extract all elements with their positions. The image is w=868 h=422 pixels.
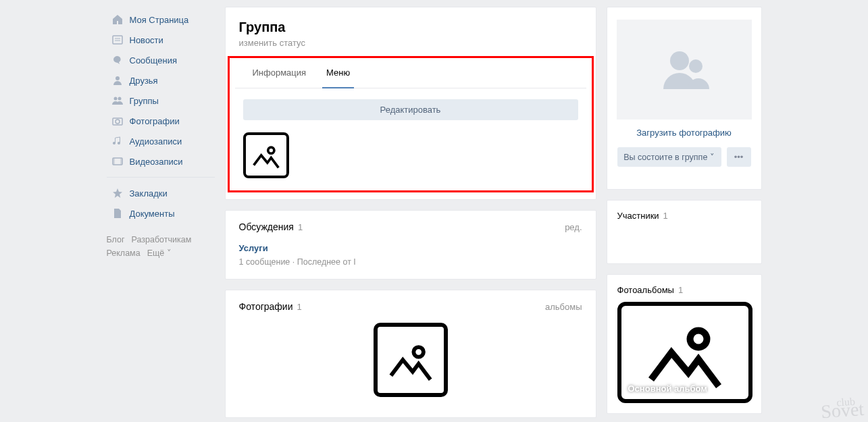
footer-more[interactable]: Ещё ˅ — [147, 248, 172, 258]
album-thumb[interactable]: Основной альбом 1 — [617, 302, 752, 403]
camera-icon — [111, 114, 124, 128]
nav-audio[interactable]: Аудиозаписи — [107, 131, 215, 151]
edit-button[interactable]: Редактировать — [243, 99, 578, 120]
nav-label: Группы — [130, 96, 159, 106]
discussions-card: Обсуждения 1 ред. Услуги 1 сообщение · П… — [225, 210, 596, 280]
friend-icon — [111, 74, 124, 87]
footer-links: БлогРазработчикам РекламаЕщё ˅ — [107, 233, 215, 260]
image-icon — [387, 336, 434, 384]
footer-ads[interactable]: Реклама — [107, 248, 141, 258]
nav-documents[interactable]: Документы — [107, 203, 215, 223]
left-sidebar: Моя Страница Новости Сообщения Друзья Гр… — [107, 7, 215, 422]
svg-rect-9 — [113, 158, 115, 165]
photoalbums-block: Фотоальбомы 1 Основной альбом 1 — [607, 274, 762, 414]
nav-label: Новости — [130, 35, 163, 45]
avatar-placeholder — [617, 20, 752, 120]
group-title: Группа — [239, 20, 582, 35]
photos-heading[interactable]: Фотографии — [239, 301, 293, 312]
menu-item-thumb[interactable] — [243, 132, 289, 178]
svg-point-3 — [116, 76, 120, 80]
star-icon — [111, 186, 124, 200]
members-heading: Участники — [617, 211, 659, 221]
nav-label: Аудиозаписи — [130, 136, 182, 147]
document-icon — [111, 207, 124, 220]
nav-video[interactable]: Видеозаписи — [107, 151, 215, 172]
highlighted-menu-area: Информация Меню Редактировать — [228, 56, 594, 192]
footer-dev[interactable]: Разработчикам — [132, 235, 192, 244]
main-column: Группа изменить статус Информация Меню Р… — [225, 7, 596, 422]
discussions-edit-link[interactable]: ред. — [565, 222, 582, 232]
svg-point-12 — [413, 347, 424, 357]
nav-friends[interactable]: Друзья — [107, 70, 215, 90]
group-tabs: Информация Меню — [235, 58, 586, 88]
nav-label: Фотографии — [130, 116, 180, 126]
members-block[interactable]: Участники 1 — [607, 200, 762, 264]
album-name: Основной альбом — [628, 384, 707, 394]
image-icon — [644, 312, 725, 393]
groups-icon — [111, 94, 124, 107]
news-icon — [111, 33, 124, 47]
svg-point-4 — [113, 97, 117, 101]
video-icon — [111, 155, 124, 168]
nav-photos[interactable]: Фотографии — [107, 111, 215, 131]
nav-label: Друзья — [130, 76, 158, 86]
nav-news[interactable]: Новости — [107, 30, 215, 50]
album-count: 1 — [736, 384, 741, 394]
member-status-button[interactable]: Вы состоите в группе ˅ — [617, 147, 721, 167]
nav-label: Сообщения — [130, 55, 178, 65]
nav-label: Документы — [130, 209, 175, 219]
svg-point-13 — [670, 51, 689, 70]
footer-blog[interactable]: Блог — [107, 235, 125, 244]
discussions-heading[interactable]: Обсуждения — [239, 221, 294, 232]
upload-photo-link[interactable]: Загрузить фотографию — [607, 128, 761, 138]
svg-point-15 — [690, 331, 707, 348]
nav-label: Видеозаписи — [130, 157, 183, 167]
svg-point-14 — [689, 59, 703, 73]
nav-messages[interactable]: Сообщения — [107, 50, 215, 70]
svg-point-7 — [116, 120, 120, 124]
nav-label: Закладки — [130, 188, 168, 199]
image-icon — [251, 140, 281, 170]
tab-info[interactable]: Информация — [249, 68, 311, 88]
photoalbums-heading[interactable]: Фотоальбомы — [617, 285, 674, 295]
svg-point-5 — [118, 97, 121, 101]
group-avatar-icon — [654, 46, 715, 93]
nav-label: Моя Страница — [130, 15, 189, 25]
chat-icon — [111, 53, 124, 67]
photos-count: 1 — [297, 302, 302, 312]
albums-link[interactable]: альбомы — [545, 302, 582, 312]
music-icon — [111, 134, 124, 148]
photo-thumb[interactable] — [374, 323, 448, 397]
right-column: Загрузить фотографию Вы состоите в групп… — [607, 7, 762, 422]
nav-groups[interactable]: Группы — [107, 90, 215, 111]
photos-card: Фотографии 1 альбомы — [225, 290, 596, 418]
topic-row[interactable]: Услуги 1 сообщение · Последнее от I — [226, 243, 596, 279]
nav-separator — [107, 177, 215, 178]
change-status[interactable]: изменить статус — [239, 38, 582, 48]
topic-title: Услуги — [239, 243, 582, 253]
svg-rect-0 — [113, 36, 122, 44]
svg-point-11 — [267, 147, 274, 153]
ellipsis-icon: ••• — [734, 152, 744, 162]
home-icon — [111, 13, 124, 26]
group-avatar-card: Загрузить фотографию Вы состоите в групп… — [607, 7, 762, 190]
topic-meta: 1 сообщение · Последнее от I — [239, 257, 582, 267]
discussions-count: 1 — [298, 222, 303, 232]
nav-bookmarks[interactable]: Закладки — [107, 183, 215, 203]
tab-menu[interactable]: Меню — [322, 68, 354, 88]
members-count: 1 — [663, 211, 668, 221]
nav-my-page[interactable]: Моя Страница — [107, 9, 215, 30]
svg-rect-10 — [120, 158, 122, 165]
more-actions-button[interactable]: ••• — [727, 147, 751, 167]
photoalbums-count: 1 — [678, 285, 683, 295]
group-header-card: Группа изменить статус Информация Меню Р… — [225, 7, 596, 200]
